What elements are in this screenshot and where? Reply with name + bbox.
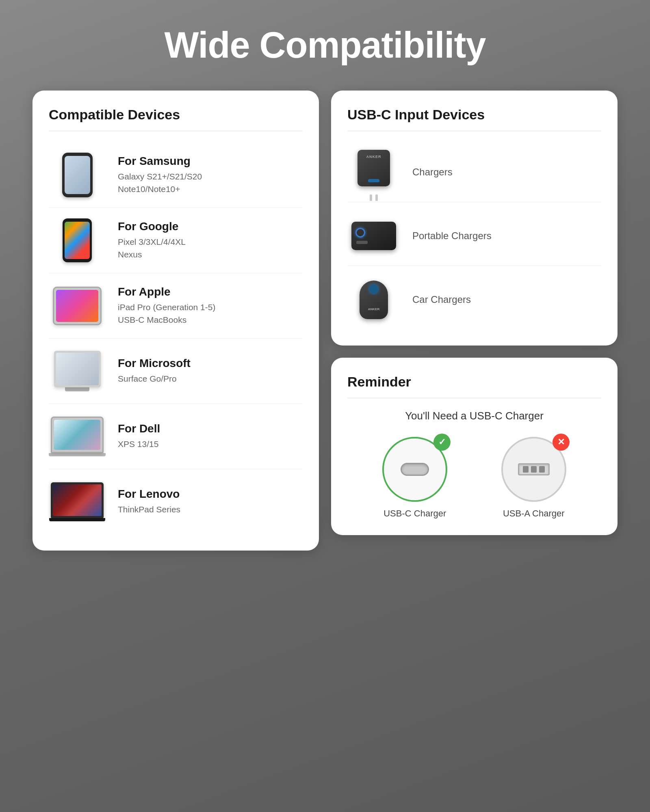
lenovo-device-image xyxy=(49,477,106,526)
list-item: Portable Chargers xyxy=(347,206,601,266)
card-divider-usbc xyxy=(347,131,601,131)
microsoft-device-image xyxy=(49,347,106,395)
samsung-device-image xyxy=(49,151,106,199)
ipad-icon xyxy=(53,287,102,325)
apple-device-image xyxy=(49,281,106,330)
lenovo-device-name: For Lenovo xyxy=(118,488,303,501)
usbc-port-icon xyxy=(401,463,429,476)
list-item: For Lenovo ThinkPad Series xyxy=(49,469,303,534)
card-divider-reminder xyxy=(347,398,601,398)
list-item: For Samsung Galaxy S21+/S21/S20Note10/No… xyxy=(49,143,303,208)
usba-charger-option: ✕ USB-A Charger xyxy=(501,437,566,519)
usba-circle-wrap: ✕ xyxy=(501,437,566,502)
list-item: For Google Pixel 3/3XL/4/4XLNexus xyxy=(49,208,303,273)
apple-device-models: iPad Pro (Generation 1-5)USB-C MacBooks xyxy=(118,301,303,326)
usbc-charger-option: ✓ USB-C Charger xyxy=(382,437,447,519)
prong-left xyxy=(370,194,372,201)
lenovo-laptop-icon xyxy=(51,482,104,518)
samsung-device-info: For Samsung Galaxy S21+/S21/S20Note10/No… xyxy=(118,155,303,196)
right-column: USB-C Input Devices Chargers xyxy=(331,91,618,551)
dell-device-name: For Dell xyxy=(118,422,303,435)
reminder-subtitle: You'll Need a USB-C Charger xyxy=(347,410,601,422)
car-charger-icon xyxy=(360,281,388,319)
samsung-device-models: Galaxy S21+/S21/S20Note10/Note10+ xyxy=(118,170,303,196)
google-device-image xyxy=(49,216,106,265)
microsoft-device-info: For Microsoft Surface Go/Pro xyxy=(118,357,303,385)
lenovo-device-models: ThinkPad Series xyxy=(118,503,303,516)
usba-pin-3 xyxy=(539,466,545,473)
dell-device-info: For Dell XPS 13/15 xyxy=(118,422,303,451)
charger-prong-icon xyxy=(370,194,378,201)
portable-charger-label: Portable Chargers xyxy=(412,230,492,242)
page-title: Wide Compatibility xyxy=(164,24,485,66)
dell-laptop-base xyxy=(49,453,106,456)
lenovo-laptop-base xyxy=(49,518,105,521)
list-item: For Dell XPS 13/15 xyxy=(49,404,303,469)
car-charger-label: Car Chargers xyxy=(412,294,471,305)
charger-list: Chargers Portable Chargers Car Chargers xyxy=(347,143,601,329)
usbc-circle-wrap: ✓ xyxy=(382,437,447,502)
google-device-models: Pixel 3/3XL/4/4XLNexus xyxy=(118,235,303,261)
microsoft-device-name: For Microsoft xyxy=(118,357,303,370)
reminder-card: Reminder You'll Need a USB-C Charger ✓ U… xyxy=(331,358,618,535)
power-bank-image xyxy=(347,214,400,258)
good-badge: ✓ xyxy=(433,434,451,451)
surface-icon xyxy=(54,351,101,387)
prong-right xyxy=(375,194,378,201)
samsung-phone-icon xyxy=(62,153,93,197)
usba-charger-label: USB-A Charger xyxy=(503,508,565,519)
list-item: Car Chargers xyxy=(347,270,601,329)
usbc-devices-title: USB-C Input Devices xyxy=(347,107,601,123)
compatible-devices-title: Compatible Devices xyxy=(49,107,303,123)
lenovo-device-info: For Lenovo ThinkPad Series xyxy=(118,488,303,516)
charger-cube-icon xyxy=(358,150,390,186)
usba-pin-2 xyxy=(531,466,537,473)
power-bank-icon xyxy=(351,222,396,250)
list-item: For Microsoft Surface Go/Pro xyxy=(49,339,303,404)
charger-label: Chargers xyxy=(412,166,453,178)
device-list: For Samsung Galaxy S21+/S21/S20Note10/No… xyxy=(49,143,303,534)
reminder-title: Reminder xyxy=(347,374,601,390)
surface-stand-icon xyxy=(65,387,89,391)
apple-device-info: For Apple iPad Pro (Generation 1-5)USB-C… xyxy=(118,285,303,326)
usbc-devices-card: USB-C Input Devices Chargers xyxy=(331,91,618,346)
list-item: For Apple iPad Pro (Generation 1-5)USB-C… xyxy=(49,273,303,339)
car-charger-image xyxy=(347,277,400,322)
main-grid: Compatible Devices For Samsung Galaxy S2… xyxy=(32,91,618,551)
google-phone-icon xyxy=(63,218,92,262)
google-device-info: For Google Pixel 3/3XL/4/4XLNexus xyxy=(118,220,303,261)
charger-comparison: ✓ USB-C Charger ✕ xyxy=(347,437,601,519)
list-item: Chargers xyxy=(347,143,601,202)
dell-device-models: XPS 13/15 xyxy=(118,438,303,451)
usbc-charger-label: USB-C Charger xyxy=(384,508,446,519)
microsoft-device-models: Surface Go/Pro xyxy=(118,372,303,385)
dell-laptop-icon xyxy=(51,417,104,453)
apple-device-name: For Apple xyxy=(118,285,303,298)
samsung-device-name: For Samsung xyxy=(118,155,303,168)
compatible-devices-card: Compatible Devices For Samsung Galaxy S2… xyxy=(32,91,319,551)
dell-device-image xyxy=(49,412,106,461)
bad-badge: ✕ xyxy=(552,434,570,451)
google-device-name: For Google xyxy=(118,220,303,233)
usba-port-icon xyxy=(518,463,550,475)
usba-pin-1 xyxy=(523,466,529,473)
card-divider xyxy=(49,131,303,131)
charger-cube-image xyxy=(347,150,400,194)
